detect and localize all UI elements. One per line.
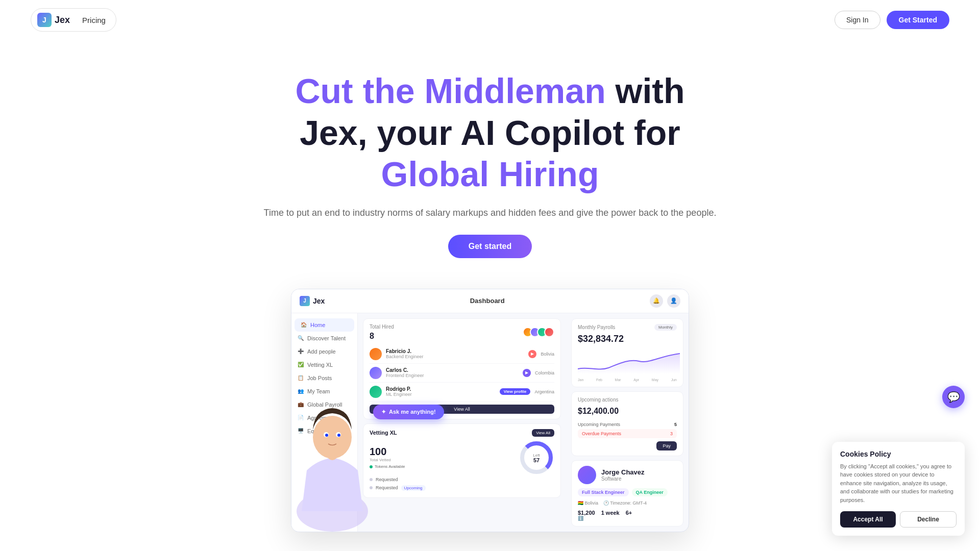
cookie-text: By clicking "Accept all cookies," you ag… <box>840 462 957 505</box>
nav-logo-group: J Jex Pricing <box>31 8 116 32</box>
hero-cta-button[interactable]: Get started <box>448 235 532 258</box>
stat-exp-val: 6+ <box>626 510 632 516</box>
dashboard-main-content: Total Hired 8 <box>358 313 566 532</box>
dashboard-second-row: Vetting XL View All 100 Total Vetted Tok… <box>363 423 561 498</box>
profile-tag-fullstack: Full Stack Engineer <box>578 488 629 496</box>
add-icon: ➕ <box>298 348 304 354</box>
chat-icon: 💬 <box>947 391 960 403</box>
team-icon: 👥 <box>298 388 304 394</box>
navbar: J Jex Pricing Sign In Get Started <box>0 0 980 40</box>
ai-btn-label: Ask me anything! <box>389 409 436 415</box>
sidebar-item-agreements[interactable]: 📄 Agreements <box>291 411 357 424</box>
hero-section: Cut the Middleman with Jex, your AI Copi… <box>0 40 980 279</box>
req-label-2: Requested <box>376 485 398 490</box>
cookie-banner: Cookies Policy By clicking "Accept all c… <box>832 442 965 536</box>
stat-experience: 6+ <box>626 510 632 521</box>
vetting-total-label: Total Vetted <box>370 458 513 462</box>
sidebar-label-add: Add people <box>307 348 336 355</box>
vetting-title: Vetting XL <box>370 430 397 436</box>
dashboard-header: J Jex Dashboard 🔔 👤 <box>291 289 689 313</box>
agreements-icon: 📄 <box>298 415 304 420</box>
req-item-2: Requested Upcoming <box>370 484 554 492</box>
sidebar-item-jobs[interactable]: 📋 Job Posts <box>291 371 357 385</box>
home-icon: 🏠 <box>301 322 307 328</box>
chart-label-jan: Jan <box>578 378 583 382</box>
chat-bubble-button[interactable]: 💬 <box>942 386 965 408</box>
sidebar-label-team: My Team <box>307 388 330 394</box>
sidebar-label-discover: Discover Talent <box>307 335 346 341</box>
emp-role-carlos: Frontend Engineer <box>386 373 519 378</box>
dashboard-header-icons: 🔔 👤 <box>650 294 680 308</box>
decline-cookies-button[interactable]: Decline <box>900 511 957 528</box>
vetting-donut-chart: Left 57 <box>519 440 554 475</box>
pay-button[interactable]: Pay <box>656 441 677 450</box>
headline-middle: Jex, your AI Copilot for <box>300 113 680 152</box>
sidebar-label-equipment: Equipments <box>307 428 337 434</box>
emp-info-carlos: Carlos C. Frontend Engineer <box>386 367 519 378</box>
employee-row-3: Rodrigo P. ML Engineer View profile Arge… <box>370 383 554 402</box>
view-profile-badge[interactable]: View profile <box>500 388 531 395</box>
tokens-dot <box>370 465 373 468</box>
chart-label-jun: Jun <box>671 378 677 382</box>
dashboard-logo-text: Jex <box>313 297 325 305</box>
vetting-view-all-button[interactable]: View All <box>532 429 554 437</box>
logo[interactable]: J Jex <box>37 13 70 27</box>
dashboard-body: 🏠 Home 🔍 Discover Talent ➕ Add people ✅ … <box>291 313 689 532</box>
headline-highlight-part: Cut the Middleman <box>295 71 605 110</box>
sidebar-item-discover[interactable]: 🔍 Discover Talent <box>291 332 357 345</box>
emp-country-rodrigo: Argentina <box>534 389 554 394</box>
discover-icon: 🔍 <box>298 335 304 341</box>
emp-name-carlos: Carlos C. <box>386 367 519 373</box>
sidebar-label-agreements: Agreements <box>307 415 337 421</box>
payroll-toggle[interactable]: Monthly <box>654 324 677 331</box>
profile-stats: $1,200 ℹ️ 1 week 6+ <box>578 510 677 521</box>
stat-salary-label: ℹ️ <box>578 516 595 521</box>
sidebar-item-vetting[interactable]: ✅ Vetting XL <box>291 358 357 371</box>
get-started-button[interactable]: Get Started <box>887 11 949 29</box>
stat-notice: 1 week <box>601 510 620 521</box>
headline-highlight2: Global Hiring <box>381 155 599 193</box>
notification-icon[interactable]: 🔔 <box>650 294 663 308</box>
sidebar-item-team[interactable]: 👥 My Team <box>291 385 357 398</box>
signin-button[interactable]: Sign In <box>835 11 880 29</box>
tokens-label: Tokens Available <box>375 464 405 469</box>
sidebar-item-equipment[interactable]: 🖥️ Equipments <box>291 424 357 438</box>
accept-cookies-button[interactable]: Accept All <box>840 511 896 528</box>
payroll-chart <box>578 348 680 374</box>
profile-preview-card: Jorge Chavez Software Full Stack Enginee… <box>571 460 683 527</box>
emp-name-rodrigo: Rodrigo P. <box>386 386 496 392</box>
svg-text:57: 57 <box>533 457 540 463</box>
ai-ask-button[interactable]: ✦ Ask me anything! <box>373 405 444 419</box>
sidebar-item-home[interactable]: 🏠 Home <box>295 318 354 332</box>
profile-tag-qa: QA Engineer <box>632 488 668 496</box>
sidebar-item-payroll[interactable]: 💼 Global Payroll <box>291 398 357 411</box>
profile-timezone: 🕐 Timezone: GMT-4 <box>603 500 647 506</box>
upcoming-payments-label: Upcoming Payments <box>578 422 620 427</box>
payroll-title: Monthly Payrolls <box>578 324 615 330</box>
emp-avatar-fabricio <box>370 348 382 360</box>
vetting-numbers: 100 Total Vetted Tokens Available <box>370 446 513 469</box>
chart-label-may: May <box>652 378 658 382</box>
req-item-1: Requested <box>370 475 554 484</box>
profile-details: 🇧🇴 Bolivia 🕐 Timezone: GMT-4 <box>578 500 677 506</box>
sidebar-label-vetting: Vetting XL <box>307 362 333 368</box>
sidebar-item-add[interactable]: ➕ Add people <box>291 345 357 358</box>
vetting-icon: ✅ <box>298 362 304 367</box>
stat-notice-val: 1 week <box>601 510 620 516</box>
pricing-link[interactable]: Pricing <box>82 16 106 24</box>
arrow-badge-1: ▶ <box>528 350 536 358</box>
overdue-count: 3 <box>670 431 673 436</box>
equipment-icon: 🖥️ <box>298 428 304 434</box>
emp-info-rodrigo: Rodrigo P. ML Engineer <box>386 386 496 397</box>
dashboard-title: Dashboard <box>470 297 505 305</box>
logo-text: Jex <box>55 15 70 26</box>
logo-icon: J <box>37 13 52 27</box>
emp-role-fabricio: Backend Engineer <box>386 354 524 359</box>
user-avatar-icon[interactable]: 👤 <box>667 294 680 308</box>
hired-avatars-group <box>523 327 554 337</box>
upcoming-payments-count: 5 <box>674 422 677 427</box>
sidebar-label-jobs: Job Posts <box>307 375 332 381</box>
profile-name: Jorge Chavez <box>601 468 645 476</box>
upcoming-actions-card: Upcoming actions $12,400.00 Upcoming Pay… <box>571 391 683 456</box>
emp-info-fabricio: Fabricio J. Backend Engineer <box>386 348 524 359</box>
